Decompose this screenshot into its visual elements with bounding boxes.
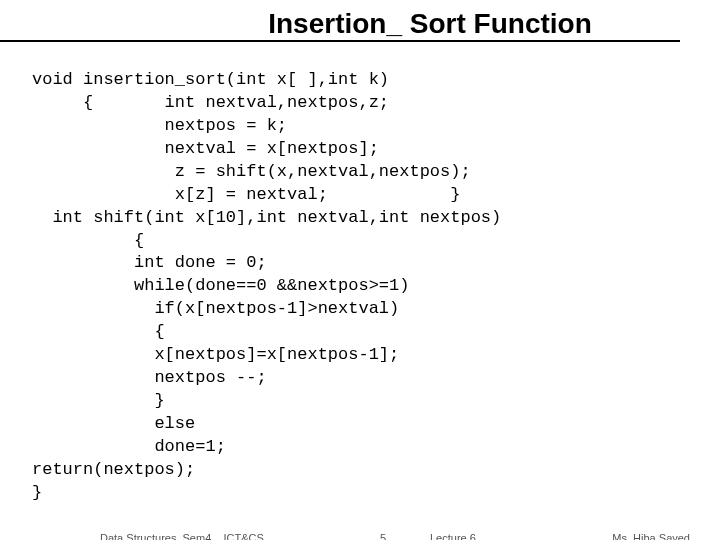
code-line: done=1;	[32, 437, 226, 456]
code-line: nextval = x[nextpos];	[32, 139, 379, 158]
footer-lecture: Lecture 6	[430, 532, 476, 540]
code-line: if(x[nextpos-1]>nextval)	[32, 299, 399, 318]
code-line: }	[32, 483, 42, 502]
code-line: { int nextval,nextpos,z;	[32, 93, 389, 112]
code-line: while(done==0 &&nextpos>=1)	[32, 276, 409, 295]
code-block: void insertion_sort(int x[ ],int k) { in…	[0, 46, 720, 505]
code-line: else	[32, 414, 195, 433]
code-line: x[nextpos]=x[nextpos-1];	[32, 345, 399, 364]
footer-page-number: 5	[380, 532, 386, 540]
footer-author: Ms. Hiba.Sayed	[612, 532, 690, 540]
code-line: return(nextpos);	[32, 460, 195, 479]
code-line: x[z] = nextval; }	[32, 185, 460, 204]
code-line: void insertion_sort(int x[ ],int k)	[32, 70, 389, 89]
code-line: {	[32, 231, 144, 250]
slide-title: Insertion_ Sort Function	[0, 8, 680, 42]
code-line: int done = 0;	[32, 253, 267, 272]
code-line: nextpos --;	[32, 368, 267, 387]
code-line: int shift(int x[10],int nextval,int next…	[32, 208, 501, 227]
footer-course: Data.Structures_Sem4 _ ICT&CS	[100, 532, 264, 540]
code-line: {	[32, 322, 165, 341]
code-line: nextpos = k;	[32, 116, 287, 135]
code-line: }	[32, 391, 165, 410]
code-line: z = shift(x,nextval,nextpos);	[32, 162, 471, 181]
